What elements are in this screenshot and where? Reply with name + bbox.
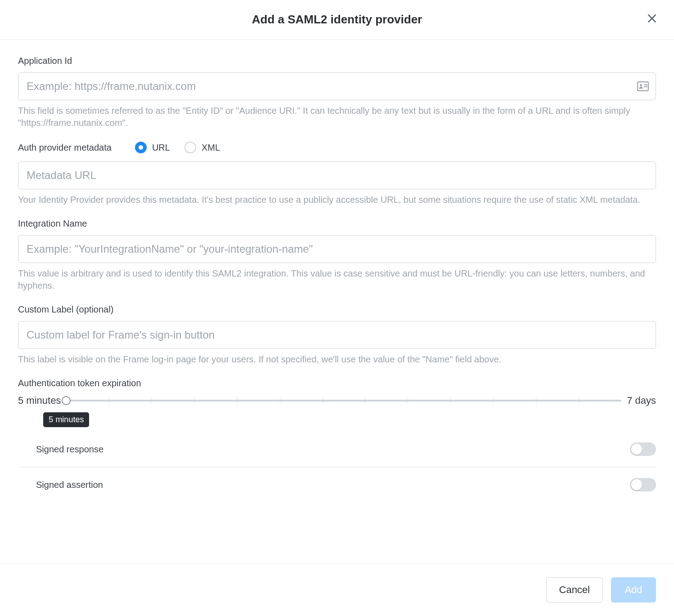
slider-tick — [408, 398, 408, 403]
slider-tick — [365, 398, 365, 403]
custom-label-label: Custom Label (optional) — [18, 304, 656, 315]
token-expiration-slider[interactable]: 5 minutes — [66, 400, 621, 402]
slider-tick — [194, 398, 195, 403]
signed-response-label: Signed response — [36, 444, 103, 455]
token-expiration-label: Authentication token expiration — [18, 378, 656, 388]
slider-tick — [450, 398, 451, 403]
modal-title: Add a SAML2 identity provider — [252, 13, 422, 27]
close-icon[interactable] — [646, 13, 658, 24]
radio-url-label: URL — [152, 143, 170, 153]
radio-xml-label: XML — [202, 143, 220, 153]
radio-icon — [135, 142, 147, 153]
signed-response-toggle[interactable] — [630, 442, 656, 456]
custom-label-hint: This label is visible on the Frame log-i… — [18, 353, 656, 366]
application-id-hint: This field is sometimes referred to as t… — [18, 105, 656, 129]
add-button[interactable]: Add — [611, 577, 656, 603]
signed-response-row: Signed response — [18, 432, 656, 467]
slider-tick — [536, 398, 536, 403]
token-expiration-group: Authentication token expiration 5 minute… — [18, 378, 656, 406]
application-id-group: Application Id This field is sometimes r… — [18, 56, 656, 129]
toggle-knob — [631, 444, 642, 455]
application-id-input[interactable] — [18, 72, 656, 100]
integration-name-label: Integration Name — [18, 219, 656, 229]
auth-provider-hint: Your Identity Provider provides this met… — [18, 194, 656, 206]
application-id-input-wrapper — [18, 72, 656, 100]
metadata-url-input[interactable] — [18, 161, 656, 189]
svg-rect-5 — [644, 84, 647, 85]
integration-name-hint: This value is arbitrary and is used to i… — [18, 268, 656, 292]
auth-provider-group: Auth provider metadata URL XML Your Iden… — [18, 142, 656, 206]
auth-provider-radio-xml[interactable]: XML — [184, 142, 220, 153]
integration-name-input[interactable] — [18, 235, 656, 263]
slider-tick — [152, 398, 152, 403]
modal-body: Application Id This field is sometimes r… — [0, 40, 674, 563]
auth-provider-radio-url[interactable]: URL — [135, 142, 170, 153]
slider-tick — [280, 398, 280, 403]
slider-tooltip: 5 minutes — [43, 412, 89, 427]
radio-icon — [184, 142, 196, 153]
modal-footer: Cancel Add — [0, 563, 674, 616]
slider-min-label: 5 minutes — [18, 395, 61, 406]
signed-assertion-row: Signed assertion — [18, 467, 656, 502]
cancel-button[interactable]: Cancel — [546, 577, 603, 603]
application-id-label: Application Id — [18, 56, 656, 66]
slider-tick — [323, 398, 323, 403]
svg-rect-6 — [644, 86, 647, 87]
signed-assertion-label: Signed assertion — [36, 480, 103, 490]
signed-assertion-toggle[interactable] — [630, 478, 656, 491]
custom-label-input[interactable] — [18, 321, 656, 349]
svg-point-4 — [640, 84, 642, 86]
toggle-section: Signed response Signed assertion — [18, 432, 656, 502]
slider-tick — [579, 398, 579, 403]
custom-label-group: Custom Label (optional) This label is vi… — [18, 304, 656, 366]
slider-tick — [237, 398, 238, 403]
slider-tick — [493, 398, 494, 403]
saml2-modal: Add a SAML2 identity provider Applicatio… — [0, 0, 674, 616]
auth-provider-radio-row: Auth provider metadata URL XML — [18, 142, 656, 153]
toggle-knob — [631, 479, 642, 490]
auth-provider-label: Auth provider metadata — [18, 143, 112, 153]
slider-thumb[interactable] — [62, 396, 71, 405]
slider-tick — [109, 398, 109, 403]
modal-header: Add a SAML2 identity provider — [0, 0, 674, 40]
integration-name-group: Integration Name This value is arbitrary… — [18, 219, 656, 292]
id-card-icon — [637, 81, 649, 91]
token-expiration-slider-row: 5 minutes 5 minutes 7 — [18, 395, 656, 406]
slider-max-label: 7 days — [627, 395, 656, 406]
